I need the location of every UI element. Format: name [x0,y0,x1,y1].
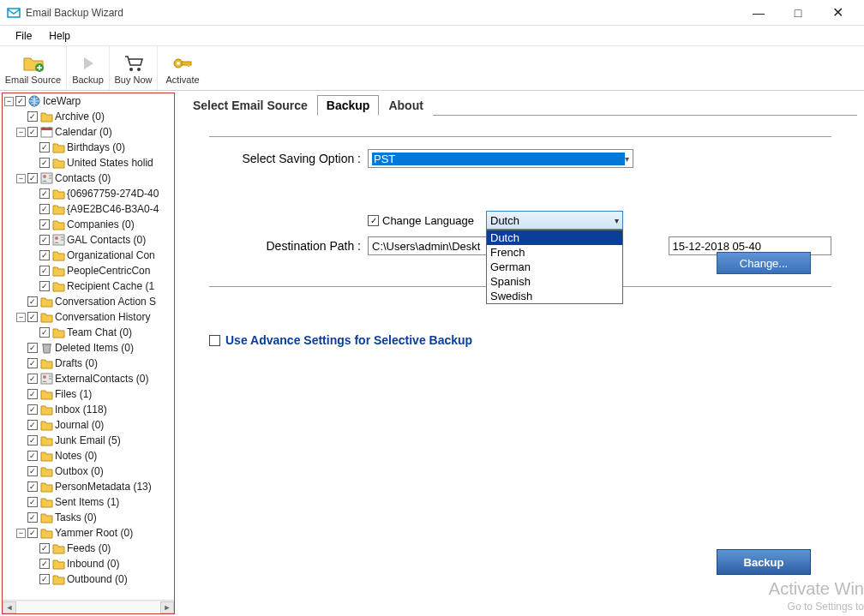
checkbox-icon[interactable]: ✓ [27,111,38,122]
language-option[interactable]: German [487,260,622,274]
checkbox-icon[interactable]: ✓ [39,219,50,230]
tree-node[interactable]: ✓Companies (0) [3,217,174,232]
tree-node[interactable]: ✓PeopleCentricCon [3,263,174,278]
language-option[interactable]: Swedish [487,289,622,303]
tree-node[interactable]: ✓PersonMetadata (13) [3,479,174,494]
tree-node[interactable]: −✓Conversation History [3,309,174,325]
email-source-button[interactable]: Email Source [0,46,67,90]
checkbox-icon[interactable]: ✓ [39,142,50,153]
tree-node[interactable]: ✓Birthdays (0) [3,140,174,155]
tree-node[interactable]: ✓Feeds (0) [3,541,174,556]
tree-node[interactable]: ✓ExternalContacts (0) [3,371,174,386]
tree-node[interactable]: ✓Team Chat (0) [3,325,174,340]
tree-node[interactable]: ✓Journal (0) [3,417,174,433]
backup-button[interactable]: Backup [717,549,811,575]
close-button[interactable]: ✕ [818,0,857,26]
tab-select-email-source[interactable]: Select Email Source [183,95,317,116]
tree-node[interactable]: ✓Recipient Cache (1 [3,278,174,294]
maximize-button[interactable]: □ [778,0,818,26]
scroll-right-arrow[interactable]: ► [160,601,174,613]
checkbox-icon[interactable]: ✓ [27,127,38,137]
checkbox-icon[interactable]: ✓ [27,420,38,430]
tree-node[interactable]: ✓Files (1) [3,386,174,402]
language-dropdown[interactable]: DutchFrenchGermanSpanishSwedish [486,230,623,304]
language-option[interactable]: French [487,245,622,260]
tree-node[interactable]: ✓Notes (0) [3,448,174,463]
expander-icon[interactable]: − [16,529,26,538]
change-language-checkbox[interactable]: ✓ Change Language [368,214,474,227]
horizontal-scrollbar[interactable]: ◄ ► [3,600,174,613]
change-path-button[interactable]: Change... [717,252,811,274]
language-select[interactable]: Dutch ▾ DutchFrenchGermanSpanishSwedish [486,211,623,230]
saving-option-select[interactable]: PST ▾ [368,149,633,168]
folder-tree[interactable]: −✓IceWarp✓Archive (0)−✓Calendar (0)✓Birt… [3,93,174,600]
tree-node[interactable]: ✓Outbox (0) [3,463,174,479]
tree-node[interactable]: ✓Inbox (118) [3,402,174,417]
activate-button[interactable]: Activate [158,46,207,90]
expander-icon[interactable]: − [16,128,26,137]
expander-icon[interactable]: − [16,174,26,183]
tree-node[interactable]: ✓Tasks (0) [3,510,174,525]
checkbox-icon[interactable]: ✓ [27,173,38,183]
tree-node[interactable]: ✓Archive (0) [3,109,174,124]
tree-node[interactable]: ✓United States holid [3,155,174,170]
advance-settings-checkbox[interactable] [209,335,220,346]
checkbox-icon[interactable]: ✓ [39,327,50,338]
tree-node[interactable]: ✓Conversation Action S [3,294,174,309]
checkbox-icon[interactable]: ✓ [27,435,38,446]
checkbox-icon[interactable]: ✓ [27,481,38,492]
checkbox-icon[interactable]: ✓ [27,497,38,507]
checkbox-icon[interactable]: ✓ [39,250,50,260]
menu-help[interactable]: Help [40,28,79,44]
tree-node[interactable]: ✓GAL Contacts (0) [3,232,174,248]
checkbox-icon[interactable]: ✓ [27,389,38,399]
checkbox-icon[interactable]: ✓ [15,96,26,106]
backup-button-toolbar[interactable]: Backup [67,46,110,90]
scroll-left-arrow[interactable]: ◄ [3,601,16,613]
tree-node[interactable]: ✓Organizational Con [3,248,174,263]
checkbox-icon[interactable]: ✓ [39,543,50,553]
tree-node[interactable]: −✓Calendar (0) [3,124,174,140]
advance-settings-label[interactable]: Use Advance Settings for Selective Backu… [225,333,472,347]
checkbox-icon[interactable]: ✓ [39,559,50,569]
expander-icon[interactable]: − [4,97,14,106]
checkbox-icon[interactable]: ✓ [27,296,38,307]
tree-node[interactable]: ✓Deleted Items (0) [3,340,174,356]
checkbox-icon[interactable]: ✓ [39,158,50,168]
checkbox-icon[interactable]: ✓ [27,358,38,368]
checkbox-icon[interactable]: ✓ [27,374,38,384]
menu-file[interactable]: File [7,28,40,44]
expander-icon[interactable]: − [16,313,26,322]
language-option[interactable]: Dutch [487,230,622,245]
tree-node[interactable]: ✓Inbound (0) [3,556,174,571]
checkbox-icon[interactable]: ✓ [27,404,38,415]
buy-now-button[interactable]: Buy Now [110,46,158,90]
tree-node[interactable]: ✓Drafts (0) [3,356,174,371]
tree-node[interactable]: −✓Yammer Root (0) [3,525,174,541]
language-option[interactable]: Spanish [487,274,622,289]
tree-node[interactable]: ✓{A9E2BC46-B3A0-4 [3,201,174,217]
tree-node[interactable]: −✓IceWarp [3,93,174,109]
tree-node[interactable]: ✓Outbound (0) [3,571,174,587]
checkbox-icon[interactable]: ✓ [27,312,38,322]
checkbox-icon[interactable]: ✓ [39,235,50,245]
checkbox-icon[interactable]: ✓ [27,512,38,523]
scroll-track[interactable] [16,601,160,613]
checkbox-icon[interactable]: ✓ [39,281,50,291]
checkbox-icon[interactable]: ✓ [27,343,38,353]
minimize-button[interactable]: — [739,0,778,26]
checkbox-icon[interactable]: ✓ [39,574,50,584]
tree-node[interactable]: ✓Junk Email (5) [3,433,174,448]
tree-node[interactable]: −✓Contacts (0) [3,170,174,186]
checkbox-icon[interactable]: ✓ [27,451,38,461]
tree-node[interactable]: ✓{06967759-274D-40 [3,186,174,201]
tree-node[interactable]: ✓Sent Items (1) [3,494,174,510]
tab-about[interactable]: About [379,95,432,116]
checkbox-icon[interactable]: ✓ [39,188,50,199]
tab-backup[interactable]: Backup [317,95,380,116]
checkbox-icon[interactable]: ✓ [27,528,38,538]
tree-node-label: Inbox (118) [55,404,107,416]
checkbox-icon[interactable]: ✓ [39,204,50,214]
checkbox-icon[interactable]: ✓ [27,466,38,476]
checkbox-icon[interactable]: ✓ [39,266,50,276]
